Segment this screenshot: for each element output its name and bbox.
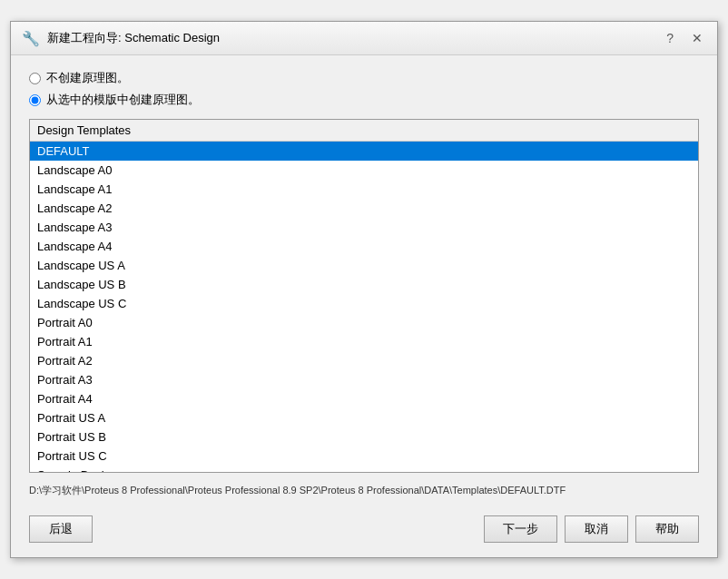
- list-item[interactable]: Portrait A2: [30, 351, 698, 370]
- radio-no-create-input[interactable]: [29, 73, 41, 84]
- list-item[interactable]: Landscape A1: [30, 180, 698, 199]
- list-item[interactable]: Landscape US C: [30, 294, 698, 313]
- radio-create-template[interactable]: 从选中的模版中创建原理图。: [29, 92, 699, 108]
- main-dialog: 🔧 新建工程向导: Schematic Design ? ✕ 不创建原理图。 从…: [10, 21, 718, 558]
- title-bar: 🔧 新建工程向导: Schematic Design ? ✕: [11, 22, 717, 55]
- radio-no-create-label: 不创建原理图。: [46, 70, 129, 86]
- radio-no-create[interactable]: 不创建原理图。: [29, 70, 699, 86]
- radio-group: 不创建原理图。 从选中的模版中创建原理图。: [29, 70, 699, 108]
- list-item[interactable]: DEFAULT: [30, 142, 698, 161]
- template-list[interactable]: Design Templates DEFAULTLandscape A0Land…: [29, 119, 699, 473]
- list-item[interactable]: Portrait US C: [30, 447, 698, 466]
- list-item[interactable]: Portrait A3: [30, 370, 698, 389]
- dialog-content: 不创建原理图。 从选中的模版中创建原理图。 Design Templates D…: [11, 55, 717, 557]
- list-item[interactable]: Landscape US A: [30, 256, 698, 275]
- list-item[interactable]: Sample Design: [30, 466, 698, 473]
- cancel-button[interactable]: 取消: [565, 515, 628, 543]
- list-header: Design Templates: [30, 120, 698, 142]
- radio-create-template-label: 从选中的模版中创建原理图。: [46, 92, 200, 108]
- list-item[interactable]: Portrait A4: [30, 389, 698, 408]
- dialog-icon: 🔧: [22, 30, 40, 47]
- btn-left-group: 后退: [29, 515, 93, 543]
- list-item[interactable]: Landscape A3: [30, 218, 698, 237]
- list-item[interactable]: Portrait A0: [30, 313, 698, 332]
- dialog-title: 新建工程向导: Schematic Design: [47, 30, 220, 46]
- title-controls: ? ✕: [663, 29, 706, 47]
- help-button[interactable]: ?: [663, 29, 677, 47]
- help-dialog-button[interactable]: 帮助: [635, 515, 699, 543]
- list-item[interactable]: Portrait US A: [30, 408, 698, 427]
- list-item[interactable]: Portrait A1: [30, 332, 698, 351]
- list-item[interactable]: Landscape A0: [30, 161, 698, 180]
- radio-create-template-input[interactable]: [29, 94, 41, 106]
- path-display: D:\学习软件\Proteus 8 Professional\Proteus P…: [29, 482, 699, 499]
- list-item[interactable]: Landscape A4: [30, 237, 698, 256]
- btn-right-group: 下一步 取消 帮助: [484, 515, 699, 543]
- button-row: 后退 下一步 取消 帮助: [29, 512, 699, 543]
- title-bar-left: 🔧 新建工程向导: Schematic Design: [22, 30, 220, 47]
- close-button[interactable]: ✕: [688, 29, 706, 47]
- list-item[interactable]: Portrait US B: [30, 427, 698, 447]
- back-button[interactable]: 后退: [29, 515, 93, 543]
- list-item[interactable]: Landscape US B: [30, 275, 698, 294]
- next-button[interactable]: 下一步: [484, 515, 557, 543]
- list-item[interactable]: Landscape A2: [30, 199, 698, 218]
